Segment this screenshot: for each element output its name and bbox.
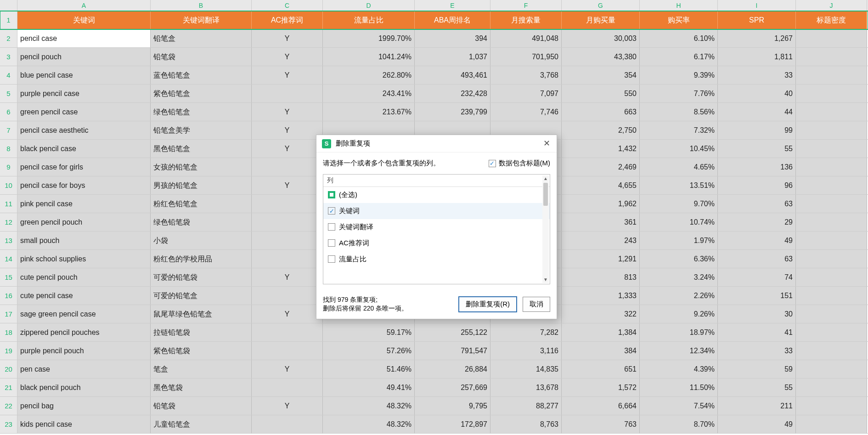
cell[interactable]: 30,003	[562, 29, 640, 47]
cell[interactable]	[796, 140, 867, 158]
cell[interactable]: 1,811	[718, 48, 796, 66]
cell[interactable]: 铅笔盒美学	[151, 121, 252, 139]
cell[interactable]: 26,884	[415, 360, 490, 378]
row-num[interactable]: 13	[0, 232, 17, 249]
cell[interactable]: pencil case for girls	[17, 158, 151, 176]
cell[interactable]: 211	[718, 397, 796, 415]
col-head-I[interactable]: I	[718, 0, 796, 11]
cell[interactable]: 3,116	[490, 342, 562, 360]
header-rate[interactable]: 购买率	[640, 11, 718, 29]
cell[interactable]	[252, 232, 323, 249]
cell[interactable]: 紫色铅笔袋	[151, 342, 252, 360]
cell[interactable]: kids pencil case	[17, 415, 151, 433]
cell[interactable]: sage green pencil case	[17, 305, 151, 323]
cell[interactable]: Y	[252, 140, 323, 158]
cell[interactable]: 1,432	[562, 140, 640, 158]
scroll-up-icon[interactable]: ▲	[543, 176, 548, 181]
cell[interactable]: 粉红色铅笔盒	[151, 195, 252, 213]
cell[interactable]: 74	[718, 268, 796, 286]
cell[interactable]	[252, 195, 323, 213]
cell[interactable]	[796, 379, 867, 396]
row-num[interactable]: 7	[0, 121, 17, 139]
cell[interactable]: 可爱的铅笔盒	[151, 287, 252, 305]
cell[interactable]	[796, 342, 867, 360]
cell[interactable]: zippered pencil pouches	[17, 323, 151, 341]
col-head-A[interactable]: A	[17, 0, 151, 11]
cell[interactable]: 172,897	[415, 415, 490, 433]
cell[interactable]: 黑色笔袋	[151, 379, 252, 396]
col-head-J[interactable]: J	[796, 0, 867, 11]
cell[interactable]: 136	[718, 158, 796, 176]
cell[interactable]: 1999.70%	[323, 29, 415, 47]
cell[interactable]	[796, 360, 867, 378]
cell[interactable]: purple pencil case	[17, 85, 151, 102]
cell[interactable]: 493,461	[415, 66, 490, 84]
cell[interactable]: 6,664	[562, 397, 640, 415]
cell[interactable]: 9.70%	[640, 195, 718, 213]
col-head-E[interactable]: E	[415, 0, 490, 11]
cell[interactable]: 1.97%	[640, 232, 718, 249]
cell[interactable]: 4,655	[562, 176, 640, 194]
cell[interactable]	[252, 379, 323, 396]
cell[interactable]: 354	[562, 66, 640, 84]
cell[interactable]: 1,267	[718, 29, 796, 47]
row-num[interactable]: 18	[0, 323, 17, 341]
row-num[interactable]: 12	[0, 213, 17, 231]
cell[interactable]: Y	[252, 360, 323, 378]
cell[interactable]: pencil case aesthetic	[17, 121, 151, 139]
row-num[interactable]: 3	[0, 48, 17, 66]
list-item[interactable]: (全选)	[323, 187, 550, 203]
row-num[interactable]: 5	[0, 85, 17, 102]
col-head-G[interactable]: G	[562, 0, 640, 11]
row-num[interactable]: 9	[0, 158, 17, 176]
cell[interactable]: 11.50%	[640, 379, 718, 396]
row-num[interactable]: 19	[0, 342, 17, 360]
cell[interactable]	[796, 397, 867, 415]
cell[interactable]: 243	[562, 232, 640, 249]
cell[interactable]: 213.67%	[323, 103, 415, 121]
cell[interactable]: 763	[562, 415, 640, 433]
cell[interactable]: 701,950	[490, 48, 562, 66]
cell[interactable]: Y	[252, 176, 323, 194]
cell[interactable]: 1,333	[562, 287, 640, 305]
cell[interactable]: 41	[718, 323, 796, 341]
cell[interactable]: pink pencil case	[17, 195, 151, 213]
cell[interactable]: 2,469	[562, 158, 640, 176]
cell[interactable]	[252, 250, 323, 268]
cell[interactable]: pencil pouch	[17, 48, 151, 66]
cell[interactable]: 绿色铅笔袋	[151, 213, 252, 231]
cell[interactable]: 59.17%	[323, 323, 415, 341]
list-items[interactable]: (全选)关键词关键词翻译AC推荐词流量占比	[323, 187, 550, 283]
cell[interactable]	[796, 121, 867, 139]
cell[interactable]: 9,795	[415, 397, 490, 415]
header-density[interactable]: 标题密度	[796, 11, 867, 29]
remove-duplicates-button[interactable]: 删除重复项(R)	[458, 296, 517, 312]
cell[interactable]: pen case	[17, 360, 151, 378]
cell[interactable]: 3.24%	[640, 268, 718, 286]
col-head-H[interactable]: H	[640, 0, 718, 11]
cell[interactable]: black pencil pouch	[17, 379, 151, 396]
cell[interactable]: 黑色铅笔盒	[151, 140, 252, 158]
cell[interactable]	[796, 268, 867, 286]
cell[interactable]	[252, 158, 323, 176]
cell[interactable]: 1,962	[562, 195, 640, 213]
cell[interactable]: 2.26%	[640, 287, 718, 305]
row-num[interactable]: 17	[0, 305, 17, 323]
cell[interactable]: 铅笔袋	[151, 397, 252, 415]
cell[interactable]	[796, 232, 867, 249]
cell[interactable]: 拉链铅笔袋	[151, 323, 252, 341]
cell[interactable]: 63	[718, 195, 796, 213]
cell[interactable]	[252, 323, 323, 341]
cell[interactable]: 女孩的铅笔盒	[151, 158, 252, 176]
row-num[interactable]: 8	[0, 140, 17, 158]
cell[interactable]	[796, 305, 867, 323]
cell[interactable]: 铅笔盒	[151, 29, 252, 47]
cell[interactable]: 铅笔袋	[151, 48, 252, 66]
cell[interactable]: Y	[252, 268, 323, 286]
cell[interactable]: 51.46%	[323, 360, 415, 378]
row-num[interactable]: 20	[0, 360, 17, 378]
cell[interactable]: 7,746	[490, 103, 562, 121]
cell[interactable]	[796, 66, 867, 84]
cell[interactable]: 10.45%	[640, 140, 718, 158]
dialog-titlebar[interactable]: S 删除重复项 ✕	[316, 135, 557, 153]
